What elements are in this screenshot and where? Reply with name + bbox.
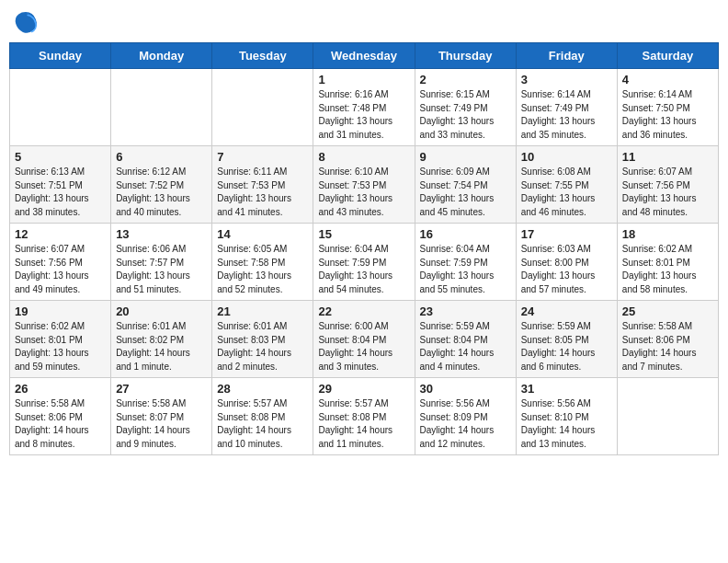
calendar-cell: 4Sunrise: 6:14 AM Sunset: 7:50 PM Daylig… — [617, 69, 718, 146]
calendar-cell: 24Sunrise: 5:59 AM Sunset: 8:05 PM Dayli… — [516, 301, 617, 378]
day-info: Sunrise: 5:59 AM Sunset: 8:05 PM Dayligh… — [521, 320, 612, 373]
day-number: 27 — [116, 382, 207, 396]
day-number: 17 — [521, 227, 612, 241]
day-info: Sunrise: 5:56 AM Sunset: 8:09 PM Dayligh… — [420, 397, 511, 451]
calendar-week-4: 26Sunrise: 5:58 AM Sunset: 8:06 PM Dayli… — [10, 378, 719, 455]
calendar-week-1: 5Sunrise: 6:13 AM Sunset: 7:51 PM Daylig… — [10, 146, 719, 224]
calendar-week-2: 12Sunrise: 6:07 AM Sunset: 7:56 PM Dayli… — [10, 224, 719, 301]
calendar-cell: 2Sunrise: 6:15 AM Sunset: 7:49 PM Daylig… — [415, 69, 516, 146]
page-header — [9, 9, 719, 35]
calendar-cell: 1Sunrise: 6:16 AM Sunset: 7:48 PM Daylig… — [313, 69, 415, 146]
calendar-cell: 26Sunrise: 5:58 AM Sunset: 8:06 PM Dayli… — [10, 378, 111, 455]
day-info: Sunrise: 6:02 AM Sunset: 8:01 PM Dayligh… — [15, 320, 106, 373]
calendar-cell — [617, 378, 718, 455]
calendar-cell: 16Sunrise: 6:04 AM Sunset: 7:59 PM Dayli… — [415, 224, 516, 301]
day-info: Sunrise: 6:00 AM Sunset: 8:04 PM Dayligh… — [318, 320, 409, 373]
day-header-saturday: Saturday — [617, 43, 718, 69]
day-info: Sunrise: 6:02 AM Sunset: 8:01 PM Dayligh… — [622, 243, 713, 296]
calendar-cell: 6Sunrise: 6:12 AM Sunset: 7:52 PM Daylig… — [111, 146, 212, 224]
calendar-week-0: 1Sunrise: 6:16 AM Sunset: 7:48 PM Daylig… — [10, 69, 719, 146]
calendar-cell: 5Sunrise: 6:13 AM Sunset: 7:51 PM Daylig… — [10, 146, 111, 224]
calendar-cell: 3Sunrise: 6:14 AM Sunset: 7:49 PM Daylig… — [516, 69, 617, 146]
day-info: Sunrise: 6:01 AM Sunset: 8:03 PM Dayligh… — [217, 320, 308, 373]
calendar-cell: 25Sunrise: 5:58 AM Sunset: 8:06 PM Dayli… — [617, 301, 718, 378]
day-number: 19 — [15, 304, 106, 318]
day-info: Sunrise: 6:14 AM Sunset: 7:50 PM Dayligh… — [622, 88, 713, 142]
calendar-cell: 7Sunrise: 6:11 AM Sunset: 7:53 PM Daylig… — [212, 146, 313, 224]
day-header-monday: Monday — [111, 43, 212, 69]
day-number: 5 — [15, 150, 106, 164]
calendar-table: SundayMondayTuesdayWednesdayThursdayFrid… — [9, 42, 719, 455]
day-number: 13 — [116, 227, 207, 241]
day-header-tuesday: Tuesday — [212, 43, 313, 69]
day-number: 28 — [217, 382, 308, 396]
day-number: 18 — [622, 227, 713, 241]
day-number: 9 — [420, 150, 511, 164]
calendar-cell: 13Sunrise: 6:06 AM Sunset: 7:57 PM Dayli… — [111, 224, 212, 301]
logo-icon — [13, 9, 39, 35]
day-info: Sunrise: 6:14 AM Sunset: 7:49 PM Dayligh… — [521, 88, 612, 142]
calendar-cell: 21Sunrise: 6:01 AM Sunset: 8:03 PM Dayli… — [212, 301, 313, 378]
day-info: Sunrise: 6:07 AM Sunset: 7:56 PM Dayligh… — [15, 243, 106, 296]
calendar-cell: 23Sunrise: 5:59 AM Sunset: 8:04 PM Dayli… — [415, 301, 516, 378]
day-info: Sunrise: 5:58 AM Sunset: 8:06 PM Dayligh… — [15, 397, 106, 451]
day-number: 14 — [217, 227, 308, 241]
day-number: 22 — [318, 304, 409, 318]
logo — [13, 9, 42, 35]
day-number: 7 — [217, 150, 308, 164]
calendar-cell: 14Sunrise: 6:05 AM Sunset: 7:58 PM Dayli… — [212, 224, 313, 301]
calendar-cell: 15Sunrise: 6:04 AM Sunset: 7:59 PM Dayli… — [313, 224, 415, 301]
calendar-cell — [10, 69, 111, 146]
day-number: 11 — [622, 150, 713, 164]
day-info: Sunrise: 6:09 AM Sunset: 7:54 PM Dayligh… — [420, 166, 511, 219]
day-info: Sunrise: 6:06 AM Sunset: 7:57 PM Dayligh… — [116, 243, 207, 296]
day-number: 15 — [318, 227, 409, 241]
day-number: 1 — [318, 73, 409, 86]
calendar-cell: 17Sunrise: 6:03 AM Sunset: 8:00 PM Dayli… — [516, 224, 617, 301]
day-number: 29 — [318, 382, 409, 396]
day-info: Sunrise: 6:08 AM Sunset: 7:55 PM Dayligh… — [521, 166, 612, 219]
calendar-cell: 8Sunrise: 6:10 AM Sunset: 7:53 PM Daylig… — [313, 146, 415, 224]
day-info: Sunrise: 6:13 AM Sunset: 7:51 PM Dayligh… — [15, 166, 106, 219]
day-number: 4 — [622, 73, 713, 86]
day-info: Sunrise: 5:57 AM Sunset: 8:08 PM Dayligh… — [318, 397, 409, 451]
day-number: 25 — [622, 304, 713, 318]
day-number: 21 — [217, 304, 308, 318]
day-info: Sunrise: 6:03 AM Sunset: 8:00 PM Dayligh… — [521, 243, 612, 296]
day-number: 31 — [521, 382, 612, 396]
days-of-week-row: SundayMondayTuesdayWednesdayThursdayFrid… — [10, 43, 719, 69]
day-number: 2 — [420, 73, 511, 86]
day-header-thursday: Thursday — [415, 43, 516, 69]
day-info: Sunrise: 6:16 AM Sunset: 7:48 PM Dayligh… — [318, 88, 409, 142]
calendar-header: SundayMondayTuesdayWednesdayThursdayFrid… — [10, 43, 719, 69]
day-info: Sunrise: 6:10 AM Sunset: 7:53 PM Dayligh… — [318, 166, 409, 219]
day-number: 24 — [521, 304, 612, 318]
day-info: Sunrise: 5:56 AM Sunset: 8:10 PM Dayligh… — [521, 397, 612, 451]
calendar-cell: 22Sunrise: 6:00 AM Sunset: 8:04 PM Dayli… — [313, 301, 415, 378]
calendar-body: 1Sunrise: 6:16 AM Sunset: 7:48 PM Daylig… — [10, 69, 719, 455]
day-header-sunday: Sunday — [10, 43, 111, 69]
day-number: 8 — [318, 150, 409, 164]
day-number: 12 — [15, 227, 106, 241]
day-info: Sunrise: 6:07 AM Sunset: 7:56 PM Dayligh… — [622, 166, 713, 219]
day-info: Sunrise: 6:11 AM Sunset: 7:53 PM Dayligh… — [217, 166, 308, 219]
calendar-cell: 18Sunrise: 6:02 AM Sunset: 8:01 PM Dayli… — [617, 224, 718, 301]
day-number: 16 — [420, 227, 511, 241]
day-info: Sunrise: 5:58 AM Sunset: 8:06 PM Dayligh… — [622, 320, 713, 373]
day-number: 3 — [521, 73, 612, 86]
calendar-cell: 27Sunrise: 5:58 AM Sunset: 8:07 PM Dayli… — [111, 378, 212, 455]
calendar-cell: 31Sunrise: 5:56 AM Sunset: 8:10 PM Dayli… — [516, 378, 617, 455]
calendar-cell: 29Sunrise: 5:57 AM Sunset: 8:08 PM Dayli… — [313, 378, 415, 455]
calendar-cell: 20Sunrise: 6:01 AM Sunset: 8:02 PM Dayli… — [111, 301, 212, 378]
day-info: Sunrise: 6:12 AM Sunset: 7:52 PM Dayligh… — [116, 166, 207, 219]
calendar-cell: 19Sunrise: 6:02 AM Sunset: 8:01 PM Dayli… — [10, 301, 111, 378]
day-number: 10 — [521, 150, 612, 164]
calendar-cell: 10Sunrise: 6:08 AM Sunset: 7:55 PM Dayli… — [516, 146, 617, 224]
day-number: 20 — [116, 304, 207, 318]
day-info: Sunrise: 5:57 AM Sunset: 8:08 PM Dayligh… — [217, 397, 308, 451]
calendar-cell: 11Sunrise: 6:07 AM Sunset: 7:56 PM Dayli… — [617, 146, 718, 224]
calendar-cell — [111, 69, 212, 146]
day-info: Sunrise: 6:04 AM Sunset: 7:59 PM Dayligh… — [318, 243, 409, 296]
calendar-cell: 30Sunrise: 5:56 AM Sunset: 8:09 PM Dayli… — [415, 378, 516, 455]
day-info: Sunrise: 5:59 AM Sunset: 8:04 PM Dayligh… — [420, 320, 511, 373]
